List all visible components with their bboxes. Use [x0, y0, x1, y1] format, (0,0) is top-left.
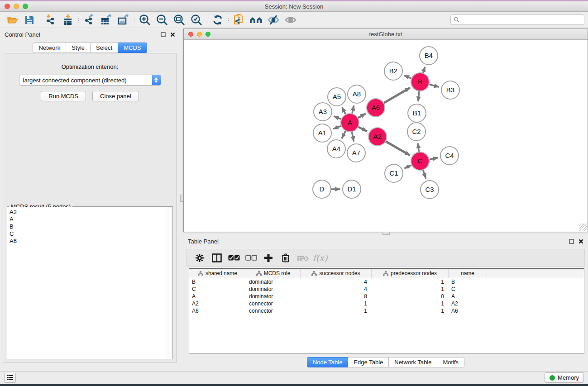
table-cell[interactable]: 1	[301, 307, 372, 315]
graph-node-B[interactable]: B	[411, 73, 429, 91]
table-cell[interactable]: 4	[301, 286, 372, 293]
table-cell[interactable]: B	[449, 278, 487, 286]
export-image-icon[interactable]	[115, 13, 132, 27]
hide-selected-icon[interactable]	[265, 13, 282, 27]
import-table-icon[interactable]	[59, 13, 76, 27]
table-cell[interactable]: A	[449, 293, 487, 300]
graph-node-B4[interactable]: B4	[420, 47, 438, 65]
network-canvas[interactable]: AA1A2A3A4A5A6A7A8BB1B2B3B4CC1C2C3C4DD1	[184, 40, 588, 232]
add-column-icon[interactable]	[261, 251, 276, 265]
mcds-result-item[interactable]: A2	[10, 209, 166, 216]
graph-node-A4[interactable]: A4	[327, 140, 345, 158]
node-table[interactable]: shared nameMCDS rolesuccessor nodesprede…	[189, 268, 584, 354]
deselect-all-checkboxes-icon[interactable]	[244, 251, 258, 265]
open-file-icon[interactable]	[4, 13, 21, 27]
tab-style[interactable]: Style	[66, 43, 91, 53]
export-network-icon[interactable]	[81, 13, 98, 27]
mcds-result-list[interactable]: A2ABCA6	[8, 207, 166, 358]
search-input[interactable]	[461, 17, 581, 23]
table-cell[interactable]: 1	[372, 300, 449, 307]
table-row[interactable]: Adominator80A	[189, 293, 584, 300]
maximize-window-button[interactable]	[23, 4, 28, 9]
window-resize-grip[interactable]	[579, 224, 587, 231]
mcds-result-item[interactable]: A6	[10, 238, 166, 245]
delete-column-icon[interactable]	[278, 251, 293, 265]
edge-A-A3[interactable]	[334, 116, 341, 119]
table-cell[interactable]: C	[189, 286, 246, 293]
graph-node-B2[interactable]: B2	[384, 62, 402, 80]
search-field[interactable]	[450, 14, 584, 25]
edge-A-A8[interactable]	[352, 105, 354, 113]
graph-node-A5[interactable]: A5	[328, 88, 346, 106]
graph-node-A1[interactable]: A1	[313, 124, 331, 142]
task-history-button[interactable]	[4, 373, 16, 383]
table-cell[interactable]: 1	[301, 300, 372, 307]
first-neighbors-icon[interactable]	[230, 13, 248, 27]
table-row[interactable]: A2connector11A2	[189, 300, 584, 307]
mcds-result-item[interactable]: B	[10, 223, 166, 230]
graph-node-A6[interactable]: A6	[367, 99, 385, 117]
table-cell[interactable]: 1	[372, 278, 449, 286]
network-minimize-button[interactable]	[197, 32, 202, 37]
column-header-predecessor-nodes[interactable]: predecessor nodes	[372, 269, 449, 278]
edge-B-B2[interactable]	[404, 76, 411, 78]
table-cell[interactable]: connector	[246, 307, 301, 315]
tab-edge-table[interactable]: Edge Table	[348, 357, 389, 367]
edge-A-A2[interactable]	[359, 127, 367, 132]
table-cell[interactable]: 1	[372, 286, 449, 293]
edge-B-B1[interactable]	[418, 91, 419, 101]
table-cell[interactable]: C	[449, 286, 487, 293]
tab-network-table[interactable]: Network Table	[389, 357, 437, 367]
close-panel-icon[interactable]	[578, 239, 583, 244]
table-cell[interactable]: A2	[449, 300, 487, 307]
column-header-successor-nodes[interactable]: successor nodes	[301, 269, 372, 278]
graph-node-D[interactable]: D	[313, 180, 331, 198]
edge-A-A7[interactable]	[352, 132, 354, 142]
table-cell[interactable]: A	[189, 293, 246, 300]
close-panel-button[interactable]: Close panel	[92, 91, 139, 101]
edge-C-C3[interactable]	[423, 170, 426, 178]
save-session-icon[interactable]	[21, 13, 38, 27]
zoom-selected-icon[interactable]	[188, 13, 205, 27]
table-row[interactable]: Cdominator41C	[189, 286, 584, 293]
minimize-window-button[interactable]	[14, 4, 19, 9]
function-builder-icon[interactable]: f(x)	[313, 251, 327, 265]
graph-node-D1[interactable]: D1	[343, 180, 361, 198]
table-cell[interactable]: 8	[301, 293, 372, 300]
edge-B-B4[interactable]	[423, 67, 425, 73]
select-all-checkboxes-icon[interactable]	[227, 251, 241, 265]
import-network-icon[interactable]	[42, 13, 59, 27]
graph-node-A[interactable]: A	[341, 114, 359, 132]
mcds-result-item[interactable]: A	[10, 216, 166, 223]
float-panel-icon[interactable]	[569, 239, 574, 244]
memory-button[interactable]: Memory	[545, 372, 584, 383]
show-all-icon[interactable]	[282, 13, 299, 27]
graph-node-A3[interactable]: A3	[314, 103, 332, 121]
tab-mcds[interactable]: MCDS	[118, 43, 147, 53]
edge-A-A1[interactable]	[333, 126, 341, 129]
network-graph[interactable]: AA1A2A3A4A5A6A7A8BB1B2B3B4CC1C2C3C4DD1	[184, 40, 588, 232]
graph-node-C2[interactable]: C2	[407, 123, 425, 141]
edge-B-B3[interactable]	[429, 84, 439, 87]
close-window-button[interactable]	[5, 4, 10, 9]
network-close-button[interactable]	[188, 32, 193, 37]
table-cell[interactable]: connector	[246, 300, 301, 307]
graph-node-C1[interactable]: C1	[385, 164, 403, 182]
show-hide-graphics-icon[interactable]	[248, 13, 265, 27]
split-divider-handle[interactable]	[382, 232, 390, 235]
zoom-in-icon[interactable]	[136, 13, 153, 27]
table-cell[interactable]: 0	[372, 293, 449, 300]
edge-C-C4[interactable]	[430, 158, 438, 159]
export-table-icon[interactable]	[98, 13, 115, 27]
edge-A-A6[interactable]	[358, 114, 365, 118]
table-cell[interactable]: dominator	[246, 278, 301, 286]
float-panel-icon[interactable]	[161, 32, 166, 37]
table-cell[interactable]: B	[189, 278, 246, 286]
table-cell[interactable]: dominator	[246, 293, 301, 300]
graph-node-B1[interactable]: B1	[408, 104, 426, 122]
graph-node-C3[interactable]: C3	[421, 181, 439, 199]
graph-node-A8[interactable]: A8	[348, 85, 366, 103]
tab-motifs[interactable]: Motifs	[437, 357, 464, 367]
zoom-out-icon[interactable]	[153, 13, 171, 27]
graph-node-A7[interactable]: A7	[347, 144, 365, 162]
